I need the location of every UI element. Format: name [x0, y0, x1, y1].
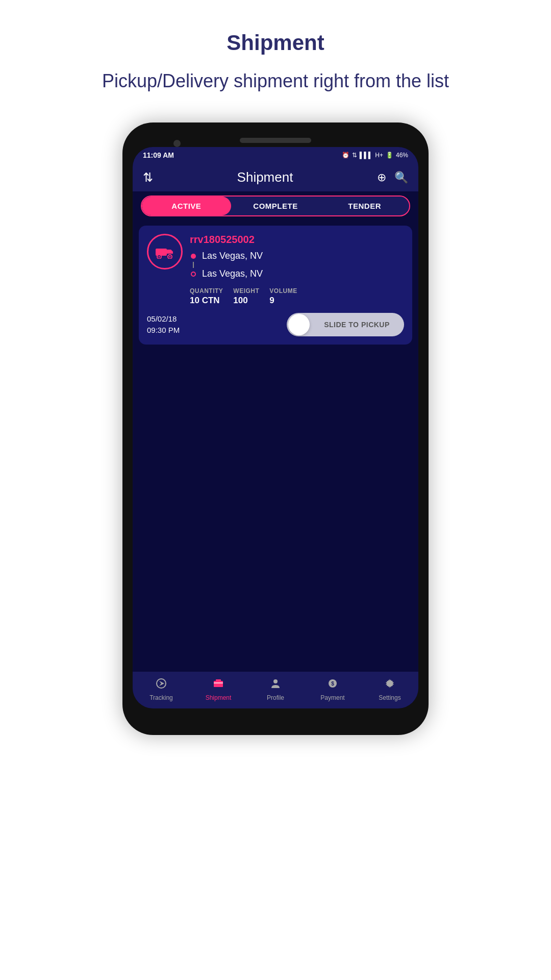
dest-row: Las Vegas, NV [190, 268, 404, 279]
search-button[interactable]: 🔍 [394, 171, 408, 184]
volume-stat: VOLUME 9 [269, 287, 297, 306]
connector-col [190, 261, 197, 268]
phone-top-bar [133, 133, 418, 147]
svg-rect-9 [216, 679, 221, 682]
nav-tracking[interactable]: Tracking [133, 678, 190, 701]
slide-handle [288, 314, 310, 335]
weight-stat: WEIGHT 100 [233, 287, 259, 306]
tab-tender[interactable]: TENDER [320, 197, 409, 215]
quantity-stat: QUANTITY 10 CTN [190, 287, 223, 306]
profile-label: Profile [267, 694, 284, 701]
volume-value: 9 [269, 296, 297, 306]
page-subtitle: Pickup/Delivery shipment right from the … [102, 70, 449, 92]
tab-active[interactable]: ACTIVE [142, 197, 231, 215]
origin-city: Las Vegas, NV [202, 251, 263, 261]
svg-point-11 [273, 679, 278, 683]
svg-point-5 [169, 256, 171, 258]
settings-label: Settings [379, 694, 400, 701]
svg-text:$: $ [331, 681, 334, 687]
slide-text: SLIDE TO PICKUP [315, 321, 399, 329]
app-header: ⇅ Shipment ⊕ 🔍 [133, 163, 418, 191]
origin-row: Las Vegas, NV [190, 251, 404, 261]
origin-dot [191, 254, 196, 259]
filter-icon[interactable]: ⇅ [143, 170, 153, 185]
phone-screen: 11:09 AM ⏰ ⇅ ▌▌▌ H+ 🔋 46% ⇅ Shipment ⊕ 🔍… [133, 147, 418, 708]
truck-icon [147, 234, 183, 270]
connector-row [190, 261, 404, 268]
bottom-nav: Tracking Shipment [133, 672, 418, 708]
weight-label: WEIGHT [233, 287, 259, 295]
tab-complete[interactable]: COMPLETE [231, 197, 320, 215]
connector-line [193, 262, 194, 268]
payment-label: Payment [320, 694, 344, 701]
payment-icon: $ [327, 678, 338, 692]
shipment-list: rrv180525002 Las Vegas, NV [133, 220, 418, 672]
battery-percent: 46% [396, 152, 408, 159]
shipment-icon [213, 678, 224, 692]
phone-camera [173, 140, 181, 147]
card-top-row: rrv180525002 Las Vegas, NV [147, 234, 404, 279]
status-icons: ⏰ ⇅ ▌▌▌ H+ 🔋 46% [342, 152, 408, 159]
signal-bars: ▌▌▌ [360, 152, 373, 159]
alarm-icon: ⏰ [342, 152, 349, 159]
slide-to-pickup-button[interactable]: SLIDE TO PICKUP [287, 313, 404, 336]
svg-marker-1 [167, 250, 173, 254]
tab-bar: ACTIVE COMPLETE TENDER [141, 195, 410, 216]
dest-city: Las Vegas, NV [202, 268, 263, 279]
phone-frame: 11:09 AM ⏰ ⇅ ▌▌▌ H+ 🔋 46% ⇅ Shipment ⊕ 🔍… [122, 122, 429, 735]
tracking-label: Tracking [149, 694, 173, 701]
card-bottom-row: 05/02/18 09:30 PM SLIDE TO PICKUP [147, 313, 404, 336]
header-title: Shipment [237, 169, 293, 185]
svg-rect-0 [156, 249, 167, 256]
card-info: rrv180525002 Las Vegas, NV [190, 234, 404, 279]
page-title: Shipment [227, 31, 324, 55]
dest-dot [191, 272, 196, 277]
volume-label: VOLUME [269, 287, 297, 295]
phone-speaker [240, 138, 311, 143]
network-type: H+ [375, 152, 383, 159]
nav-settings[interactable]: Settings [361, 678, 418, 701]
settings-icon [384, 678, 395, 692]
nav-shipment[interactable]: Shipment [190, 678, 247, 701]
quantity-value: 10 CTN [190, 296, 223, 306]
battery-icon: 🔋 [386, 152, 393, 159]
sync-icon: ⇅ [352, 152, 357, 159]
status-bar: 11:09 AM ⏰ ⇅ ▌▌▌ H+ 🔋 46% [133, 147, 418, 163]
status-time: 11:09 AM [143, 151, 174, 159]
profile-icon [270, 678, 281, 692]
dest-dot-col [190, 272, 197, 277]
add-button[interactable]: ⊕ [377, 171, 386, 184]
shipment-date: 05/02/18 09:30 PM [147, 313, 180, 336]
shipment-nav-label: Shipment [206, 694, 232, 701]
route-wrapper: Las Vegas, NV Las [190, 251, 404, 279]
card-stats-row: QUANTITY 10 CTN WEIGHT 100 VOLUME 9 [147, 287, 404, 306]
header-actions: ⊕ 🔍 [377, 171, 408, 184]
nav-profile[interactable]: Profile [247, 678, 304, 701]
nav-payment[interactable]: $ Payment [304, 678, 361, 701]
shipment-ref: rrv180525002 [190, 234, 404, 246]
tracking-icon [156, 678, 167, 692]
weight-value: 100 [233, 296, 259, 306]
origin-dot-col [190, 254, 197, 259]
quantity-label: QUANTITY [190, 287, 223, 295]
svg-marker-7 [159, 681, 164, 686]
svg-point-4 [159, 256, 160, 258]
shipment-card: rrv180525002 Las Vegas, NV [139, 226, 412, 345]
